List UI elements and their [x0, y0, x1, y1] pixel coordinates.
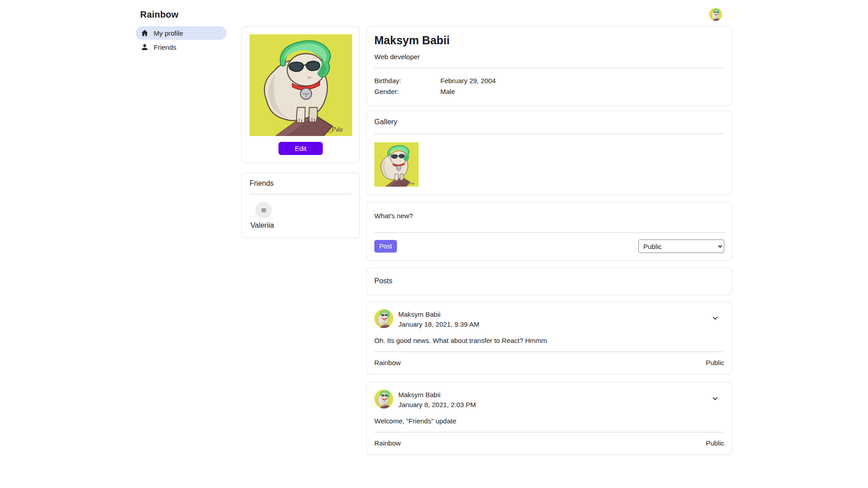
- post-header: Maksym Babii January 18, 2021, 9:39 AM: [374, 309, 724, 329]
- post-header: Maksym Babii January 8, 2021, 2:03 PM: [374, 389, 724, 410]
- info-row-birthday: Birthday: February 29, 2004: [374, 76, 724, 85]
- post-footer: Rainbow Public: [374, 359, 724, 366]
- post-text: Oh. Its good news. What about transfer t…: [374, 337, 724, 344]
- whats-new-card: Post Public: [366, 202, 732, 261]
- post-meta: Maksym Babii January 8, 2021, 2:03 PM: [398, 389, 476, 410]
- post-author-name: Maksym Babii: [398, 310, 479, 319]
- post-card: Maksym Babii January 18, 2021, 9:39 AM O…: [366, 302, 732, 375]
- post-date: January 8, 2021, 2:03 PM: [398, 400, 476, 410]
- cat-thumbnail: [374, 142, 419, 187]
- post-menu-button[interactable]: [710, 313, 721, 324]
- profile-role: Web developer: [374, 53, 724, 61]
- sidebar-nav: My profile Friends: [136, 26, 226, 54]
- whats-new-footer: Post Public: [374, 239, 724, 253]
- post-meta: Maksym Babii January 18, 2021, 9:39 AM: [398, 309, 479, 329]
- friend-avatar: [255, 202, 272, 218]
- posts-title: Posts: [374, 277, 724, 285]
- main-column: Maksym Babii Web developer Birthday: Feb…: [366, 26, 732, 455]
- divider: [250, 194, 352, 194]
- left-column: Edit Friends Valeriia: [241, 26, 360, 238]
- main-layout: My profile Friends Edit Friends: [136, 26, 732, 455]
- post-author-avatar: [374, 309, 393, 328]
- chevron-down-icon: [712, 395, 719, 402]
- home-icon: [141, 29, 149, 37]
- chevron-down-icon: [712, 314, 719, 322]
- post-visibility: Public: [706, 359, 724, 366]
- cat-photo: [250, 34, 352, 136]
- header-user-avatar[interactable]: [709, 8, 722, 21]
- person-icon: [141, 43, 149, 51]
- cat-avatar-icon: [374, 309, 393, 328]
- profile-name: Maksym Babii: [374, 33, 724, 47]
- friend-name: Valeriia: [250, 221, 274, 230]
- whats-new-input[interactable]: [374, 209, 724, 230]
- profile-photo: [250, 34, 352, 136]
- info-value: Male: [440, 87, 455, 96]
- post-button[interactable]: Post: [374, 240, 397, 253]
- info-row-gender: Gender: Male: [374, 87, 724, 96]
- friend-item[interactable]: Valeriia: [250, 202, 274, 230]
- gallery-image[interactable]: [374, 142, 419, 187]
- cat-avatar-icon: [709, 8, 722, 21]
- app-title: Rainbow: [140, 9, 179, 20]
- broken-image-icon: [261, 207, 267, 213]
- post-author-avatar: [374, 389, 393, 408]
- post-text: Welcome, "Friends" update: [374, 417, 724, 425]
- sidebar-item-my-profile[interactable]: My profile: [136, 26, 226, 40]
- visibility-select[interactable]: Public: [638, 239, 724, 253]
- post-app-name: Rainbow: [374, 439, 401, 447]
- sidebar-item-label: My profile: [154, 29, 183, 37]
- sidebar-item-label: Friends: [154, 43, 176, 51]
- profile-info-card: Maksym Babii Web developer Birthday: Feb…: [366, 26, 732, 106]
- info-label: Birthday:: [374, 76, 440, 85]
- cat-avatar-icon: [374, 389, 393, 408]
- post-card: Maksym Babii January 8, 2021, 2:03 PM We…: [366, 382, 732, 455]
- post-menu-button[interactable]: [710, 393, 721, 404]
- profile-photo-card: Edit: [241, 26, 360, 163]
- sidebar-item-friends[interactable]: Friends: [136, 40, 226, 54]
- app-header: Rainbow: [136, 0, 732, 23]
- edit-button[interactable]: Edit: [278, 142, 323, 155]
- gallery-card: Gallery: [366, 111, 732, 195]
- info-value: February 29, 2004: [440, 76, 496, 85]
- page-container: Rainbow My profile Friends: [136, 0, 732, 455]
- divider: [374, 352, 724, 352]
- divider: [374, 232, 724, 233]
- post-app-name: Rainbow: [374, 359, 401, 366]
- post-author-name: Maksym Babii: [398, 390, 476, 400]
- friends-card: Friends Valeriia: [241, 173, 360, 238]
- gallery-title: Gallery: [374, 118, 724, 126]
- info-label: Gender:: [374, 87, 440, 96]
- friends-card-title: Friends: [242, 179, 359, 188]
- post-visibility: Public: [706, 439, 724, 447]
- divider: [374, 134, 724, 134]
- divider: [374, 68, 724, 68]
- post-date: January 18, 2021, 9:39 AM: [398, 319, 479, 329]
- divider: [374, 432, 724, 432]
- post-footer: Rainbow Public: [374, 439, 724, 447]
- posts-header-card: Posts: [366, 267, 732, 295]
